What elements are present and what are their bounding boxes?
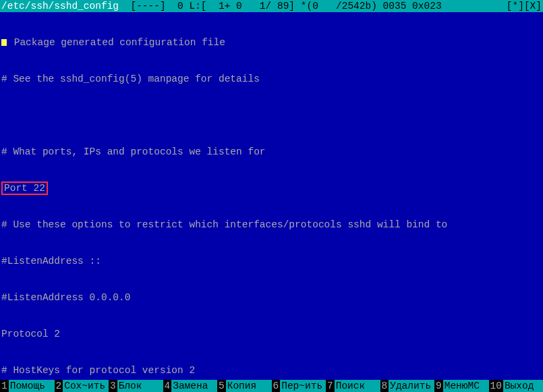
file-path: /etc/ssh/sshd_config [1,0,119,12]
f3-mark[interactable]: 3Блок [109,380,163,392]
f9-menu[interactable]: 9МенюMC [434,380,489,392]
editor-status-bar: /etc/ssh/sshd_config [----] 0 L:[ 1+ 0 1… [0,0,543,12]
f7-search[interactable]: 7Поиск [326,380,380,392]
editor-content[interactable]: Package generated configuration file # S… [0,12,543,380]
code-line: #ListenAddress :: [1,255,542,267]
f8-delete[interactable]: 8Удалить [380,380,435,392]
cursor-status: [----] 0 L:[ 1+ 0 1/ 89] *(0 /2542b) 003… [119,0,483,12]
f4-replace[interactable]: 4Замена [163,380,218,392]
port-highlight: Port 22 [1,181,48,195]
code-line: Package generated configuration file [8,37,225,48]
f6-move[interactable]: 6Пер~ить [272,380,326,392]
code-line: Protocol 2 [1,328,542,340]
code-line: # HostKeys for protocol version 2 [1,364,542,376]
code-line: #ListenAddress 0.0.0.0 [1,291,542,304]
mode-indicators[interactable]: [*][X] [507,0,542,12]
f5-copy[interactable]: 5Копия [217,380,272,392]
f10-quit[interactable]: 10Выход [489,380,544,392]
cursor-marker [1,39,7,46]
f2-save[interactable]: 2Сох~ить [55,380,109,392]
code-line [1,109,542,121]
code-line: # See the sshd_config(5) manpage for det… [1,73,542,85]
f1-help[interactable]: 1Помощь [0,380,55,392]
code-line: # Use these options to restrict which in… [1,219,542,231]
code-line: # What ports, IPs and protocols we liste… [1,146,542,158]
function-key-bar: 1Помощь 2Сох~ить 3Блок 4Замена 5Копия 6П… [0,380,543,392]
